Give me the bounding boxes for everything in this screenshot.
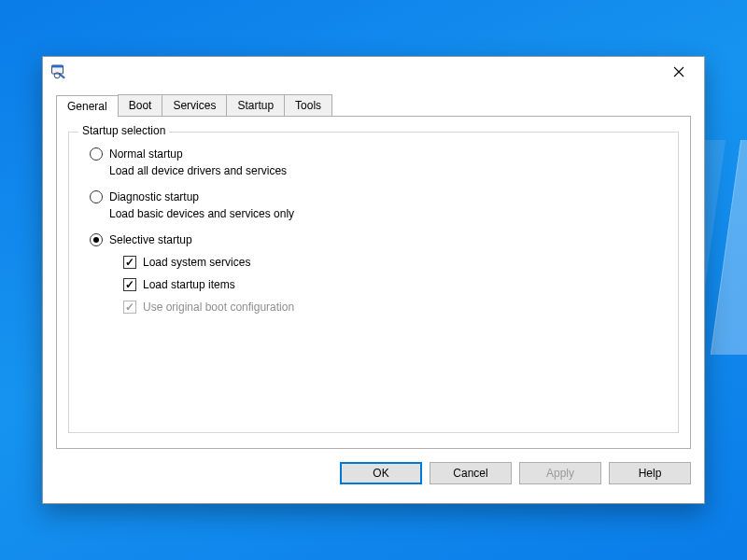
ok-button[interactable]: OK [340,462,422,484]
tab-general[interactable]: General [56,95,119,117]
client-area: General Boot Services Startup Tools Star… [56,92,691,490]
help-button[interactable]: Help [609,462,691,484]
dialog-button-row: OK Cancel Apply Help [340,456,691,490]
checkbox-use-original-boot [123,301,136,314]
tab-services[interactable]: Services [162,94,227,116]
cancel-button[interactable]: Cancel [430,462,512,484]
startup-selection-group: Startup selection Normal startup Load al… [68,132,679,433]
tab-startup[interactable]: Startup [226,94,285,116]
svg-rect-1 [52,65,63,67]
group-legend: Startup selection [78,124,169,137]
tab-tools[interactable]: Tools [284,94,332,116]
radio-normal-startup[interactable] [90,147,103,161]
checkbox-load-startup-items[interactable] [123,278,136,291]
tabstrip: General Boot Services Startup Tools [56,92,691,116]
option-desc: Load basic devices and services only [109,207,665,220]
msconfig-window: General Boot Services Startup Tools Star… [42,56,705,504]
option-title: Normal startup [109,147,183,161]
check-use-original-boot-row: Use original boot configuration [123,301,665,314]
check-load-startup-items-row: Load startup items [123,278,665,291]
check-load-system-services-row: Load system services [123,256,665,269]
radio-selective-startup[interactable] [90,233,103,246]
checkbox-label: Load startup items [143,278,235,291]
option-normal-startup: Normal startup Load all device drivers a… [88,147,665,177]
tab-boot[interactable]: Boot [118,94,163,116]
titlebar [43,57,704,87]
option-selective-startup: Selective startup Load system services L… [88,233,665,314]
close-icon [673,66,684,77]
option-desc: Load all device drivers and services [109,164,665,177]
option-diagnostic-startup: Diagnostic startup Load basic devices an… [88,190,665,220]
apply-button: Apply [519,462,601,484]
radio-diagnostic-startup[interactable] [90,190,103,203]
checkbox-load-system-services[interactable] [123,256,136,269]
close-button[interactable] [657,57,700,87]
option-title: Selective startup [109,233,192,246]
checkbox-label: Use original boot configuration [143,301,294,314]
checkbox-label: Load system services [143,256,250,269]
app-icon [50,63,67,80]
selective-sub-options: Load system services Load startup items … [123,256,665,314]
tabpanel-general: Startup selection Normal startup Load al… [56,116,691,449]
option-title: Diagnostic startup [109,190,199,203]
